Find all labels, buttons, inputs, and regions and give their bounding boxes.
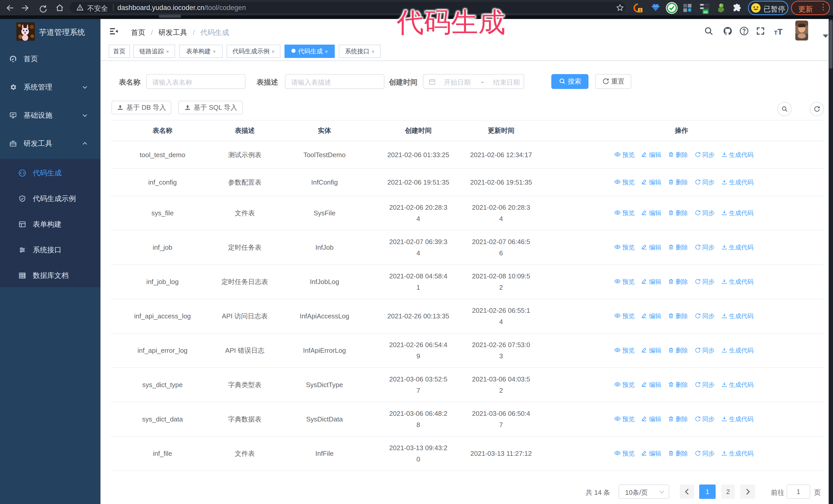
- svg-text:T: T: [778, 27, 783, 36]
- svg-text:T: T: [774, 29, 778, 36]
- svg-text:1: 1: [639, 8, 641, 13]
- svg-text:on: on: [704, 10, 708, 14]
